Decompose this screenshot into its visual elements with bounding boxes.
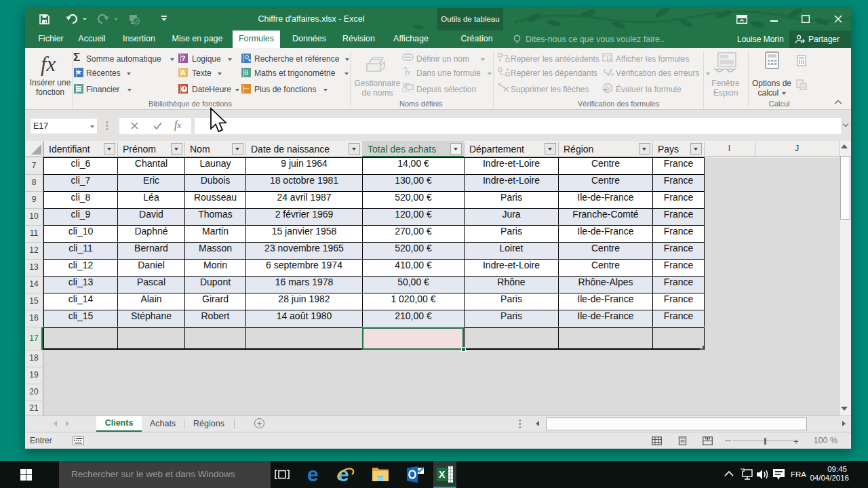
svg-text:fx: fx <box>405 68 411 77</box>
svg-text:X: X <box>439 469 446 480</box>
svg-text:ℋ: ℋ <box>608 57 614 63</box>
svg-text:fx: fx <box>606 85 611 92</box>
